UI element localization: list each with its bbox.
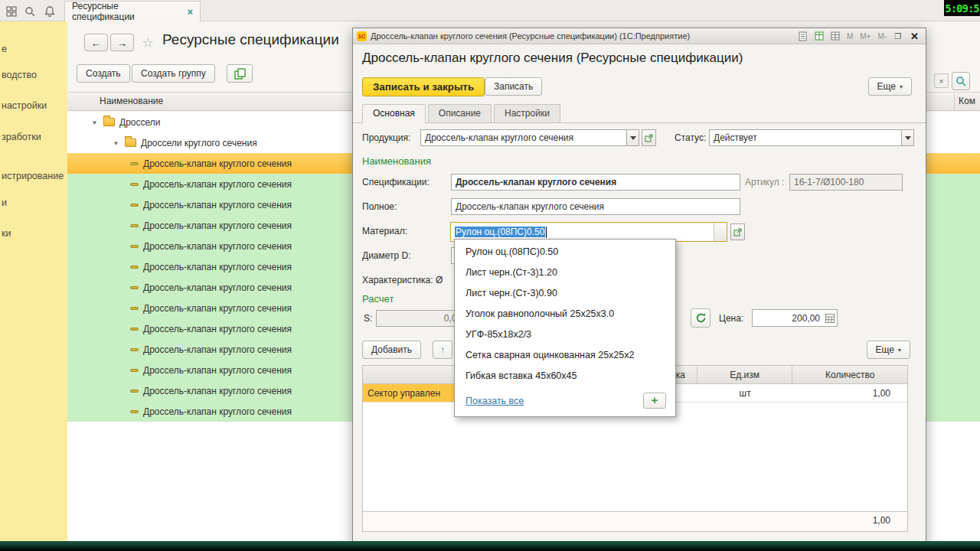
forward-button[interactable]: → [110, 34, 134, 51]
status-label: Статус: [675, 129, 706, 146]
item-icon [130, 162, 139, 165]
tab-settings[interactable]: Настройки [494, 104, 560, 122]
save-and-close-button[interactable]: Записать и закрыть [362, 77, 485, 96]
bottom-bar [0, 541, 980, 551]
dropdown-item[interactable]: УГФ-85х18х2/3 [455, 324, 675, 345]
row-label: Дроссель-клапан круглого сечения [143, 324, 292, 334]
tab-close-icon[interactable]: × [187, 6, 193, 18]
open-link-icon [645, 134, 653, 142]
search-clear-button[interactable]: × [934, 73, 949, 88]
list-search-button[interactable] [952, 72, 970, 90]
apps-icon[interactable] [5, 5, 18, 18]
dropdown-item[interactable]: Сетка сварная оцинкованная 25х25х2 [455, 345, 675, 366]
s-input[interactable]: 0,06 [376, 310, 466, 327]
open-link-icon [733, 228, 742, 236]
scale-m-button[interactable]: М [845, 32, 854, 41]
product-dropdown-button[interactable] [626, 129, 639, 146]
expand-arrow-icon[interactable]: ▾ [112, 139, 120, 147]
expand-arrow-icon[interactable]: ▾ [90, 119, 99, 126]
s-label: S: [364, 310, 372, 327]
tab-resource-specifications[interactable]: Ресурсные спецификации × [64, 1, 201, 21]
sidebar-item-5[interactable]: и [2, 197, 7, 208]
search-icon[interactable] [23, 5, 37, 18]
sidebar-item-production[interactable]: водство [2, 70, 37, 80]
dialog-title: Дроссель-клапан круглого сечения (Ресурс… [371, 31, 793, 41]
add-button[interactable]: Добавить [362, 341, 421, 359]
row-label: Дроссель-клапан круглого сечения [143, 241, 292, 252]
item-icon [130, 328, 139, 331]
row-label: Дроссель-клапан круглого сечения [143, 386, 292, 396]
show-all-link[interactable]: Показать все [466, 396, 524, 406]
copy-button[interactable] [227, 64, 253, 83]
chevron-down-icon [905, 136, 911, 140]
search-icon [956, 76, 966, 86]
material-label: Материал: [362, 223, 407, 240]
recalculate-button[interactable] [691, 308, 710, 328]
price-input[interactable]: 200,00 [752, 309, 838, 327]
status-dropdown-button[interactable] [901, 129, 914, 146]
grid-icon[interactable] [829, 31, 841, 41]
notifications-bell-icon[interactable] [43, 5, 57, 18]
product-input[interactable]: Дроссель-клапан круглого сечения [420, 129, 627, 146]
item-icon [130, 266, 139, 269]
dropdown-item[interactable]: Лист черн.(Ст-3)1.20 [455, 262, 675, 283]
dropdown-item[interactable]: Рулон оц.(08ПС)0.50 [455, 242, 675, 262]
article-label: Артикул : [745, 174, 784, 191]
product-label: Продукция: [362, 129, 410, 146]
product-open-button[interactable] [642, 129, 656, 146]
dialog-titlebar[interactable]: 1С Дроссель-клапан круглого сечения (Рес… [353, 28, 926, 44]
dropdown-footer: Показать все + [455, 386, 675, 416]
item-icon [130, 204, 139, 207]
table-icon[interactable] [813, 31, 825, 41]
article-input[interactable]: 16-1-7/Ø100-180 [789, 174, 903, 191]
sidebar-item-6[interactable]: ки [2, 228, 11, 239]
row-label: Дроссель-клапан круглого сечения [143, 220, 292, 231]
close-window-icon[interactable]: ✕ [907, 31, 922, 42]
dropdown-item[interactable]: Гибкая вставка 45х60х45 [455, 366, 675, 386]
document-icon[interactable] [797, 31, 809, 41]
move-up-button[interactable]: ↑ [433, 341, 452, 359]
item-icon [130, 183, 139, 186]
add-new-button[interactable]: + [643, 393, 666, 409]
create-group-button[interactable]: Создать группу [132, 64, 215, 83]
sidebar-item-settings[interactable]: настройки [2, 100, 47, 111]
row-label: Дроссель-клапан круглого сечения [143, 406, 292, 417]
spec-input[interactable]: Дроссель-клапан круглого сечения [451, 174, 740, 191]
material-dropdown-button[interactable] [714, 223, 727, 241]
dialog-tabs: Основная Описание Настройки [362, 104, 563, 123]
calculator-button[interactable] [823, 314, 837, 323]
more-button-table[interactable]: Еще ▾ [867, 341, 910, 359]
more-button-top[interactable]: Еще ▾ [868, 77, 912, 96]
dropdown-item[interactable]: Уголок равнополочный 25х25х3.0 [455, 304, 675, 324]
tab-label: Ресурсные спецификации [72, 1, 181, 22]
create-button[interactable]: Создать [77, 64, 130, 83]
restore-window-icon[interactable]: ❐ [892, 32, 903, 41]
tab-main[interactable]: Основная [362, 104, 426, 123]
tab-description[interactable]: Описание [428, 104, 492, 122]
material-dropdown-list: Рулон оц.(08ПС)0.50 Лист черн.(Ст-3)1.20… [454, 239, 676, 417]
row-label: Дроссель-клапан круглого сечения [143, 158, 292, 169]
full-name-input[interactable]: Дроссель-клапан круглого сечения [451, 198, 740, 215]
favorite-star-icon[interactable]: ☆ [142, 34, 154, 51]
group-label: Дроссели [119, 117, 160, 128]
sidebar-item-administration[interactable]: истрирование [2, 171, 64, 181]
scale-m-minus-button[interactable]: М- [876, 32, 888, 41]
material-open-button[interactable] [730, 223, 745, 240]
sidebar-item-development[interactable]: зработки [2, 132, 41, 142]
column-separator [954, 93, 955, 110]
item-icon [130, 410, 139, 413]
scale-m-plus-button[interactable]: М+ [858, 32, 872, 41]
status-select[interactable]: Действует [709, 129, 902, 146]
sidebar-item-main[interactable]: е [2, 44, 7, 54]
back-button[interactable]: ← [84, 34, 108, 51]
save-button[interactable]: Записать [485, 77, 542, 96]
row-label: Дроссель-клапан круглого сечения [143, 344, 292, 355]
row-label: Дроссель-клапан круглого сечения [143, 282, 292, 293]
item-icon [130, 348, 139, 351]
row-label: Дроссель-клапан круглого сечения [143, 365, 292, 376]
item-icon [130, 390, 139, 393]
dropdown-item[interactable]: Лист черн.(Ст-3)0.90 [455, 283, 675, 304]
item-icon [130, 369, 139, 372]
recording-timer: 5:09:5 [944, 0, 980, 16]
table-footer: 1,00 [363, 511, 907, 531]
